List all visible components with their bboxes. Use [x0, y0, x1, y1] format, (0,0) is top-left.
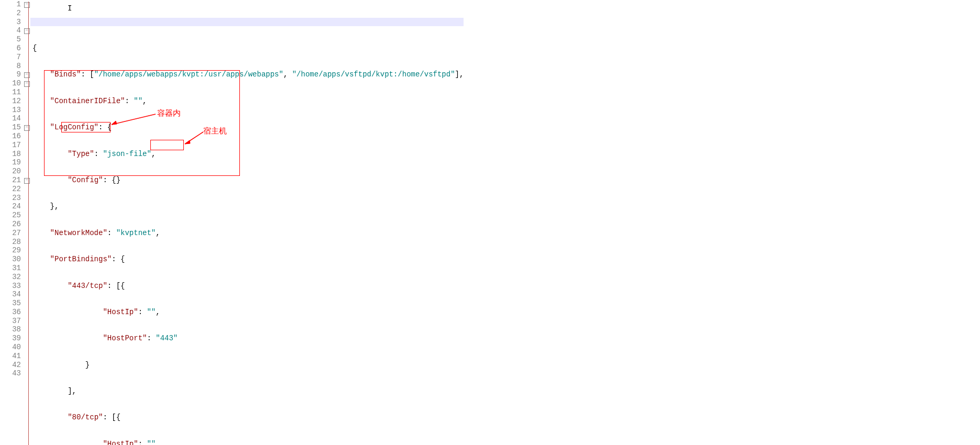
- json-key: "Binds": [50, 70, 81, 79]
- line-gutter: 12345678910 11121314151617181920 2122232…: [0, 0, 23, 445]
- annotation-label-container: 容器内: [157, 109, 181, 118]
- code-editor[interactable]: 12345678910 11121314151617181920 2122232…: [0, 0, 980, 445]
- svg-marker-3: [185, 140, 190, 144]
- svg-line-0: [112, 114, 156, 125]
- arrow-to-80tcp: [107, 112, 157, 127]
- json-key-portbindings: "PortBindings": [50, 255, 112, 263]
- fold-column[interactable]: − − − − − −: [23, 0, 30, 445]
- text-cursor: I: [68, 4, 68, 12]
- json-key: "LogConfig": [50, 123, 98, 131]
- arrow-to-81: [182, 131, 206, 147]
- annotation-label-host: 宿主机: [203, 127, 227, 136]
- svg-marker-1: [112, 121, 117, 125]
- json-key-80tcp: "80/tcp": [68, 413, 103, 421]
- code-area[interactable]: I { "Binds": ["/home/apps/webapps/kvpt:/…: [30, 0, 464, 445]
- current-line-highlight: [30, 18, 464, 27]
- brace: {: [32, 44, 37, 52]
- change-marker-line: [28, 2, 29, 445]
- json-key: "ContainerIDFile": [50, 97, 125, 105]
